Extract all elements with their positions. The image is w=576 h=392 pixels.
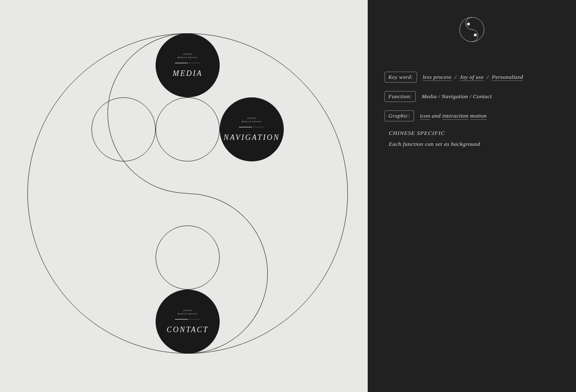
divider-icon [175,63,200,63]
node-subtitle: ARTIST [183,309,192,311]
note-line-1: CHINESE SPECIFIC [389,130,523,137]
keyword-values: less process / Joy of use / Personalized [423,74,523,81]
function-values: Media / Navigation / Contact [422,93,492,100]
divider-icon [175,319,200,320]
media-node[interactable]: ARTIST BOHAN ZHANG MEDIA [156,33,220,97]
gv-1: icon [420,113,430,120]
yin-yang-icon [459,17,484,42]
empty-circle-2 [156,97,220,161]
contact-node[interactable]: ARTIST BOHAN ZHANG CONTACT [156,290,220,354]
info-sidebar: Key word: less process / Joy of use / Pe… [368,0,576,392]
empty-circle-3 [156,226,220,290]
node-author: BOHAN ZHANG [178,56,198,59]
node-label: NAVIGATION [223,133,280,142]
node-author: BOHAN ZHANG [242,121,262,123]
kw-2: Joy of use [460,74,484,81]
empty-circle-1 [92,97,156,161]
info-block: Key word: less process / Joy of use / Pe… [385,72,523,148]
divider-icon [239,127,264,127]
navigation-node[interactable]: ARTIST BOHAN ZHANG NAVIGATION [220,97,284,161]
diagram-canvas: ARTIST BOHAN ZHANG MEDIA ARTIST BOHAN ZH… [0,0,368,392]
notes: CHINESE SPECIFIC Each function can set a… [389,130,523,148]
gv-mid: and [430,113,442,119]
sep: / [455,74,456,80]
graphic-row: Graphic: icon and interaction motion [385,110,523,121]
kw-1: less process [423,74,452,81]
svg-point-1 [467,23,470,26]
kw-3: Personalized [492,74,523,81]
node-subtitle: ARTIST [183,53,192,55]
graphic-values: icon and interaction motion [420,113,487,119]
gv-3: motion [470,113,487,120]
node-author: BOHAN ZHANG [178,313,198,315]
yin-yang-diagram: ARTIST BOHAN ZHANG MEDIA ARTIST BOHAN ZH… [27,33,348,354]
node-label: CONTACT [167,325,209,334]
sep: / [487,74,489,80]
graphic-badge: Graphic: [385,110,414,121]
node-label: MEDIA [173,69,203,78]
svg-point-2 [474,34,477,37]
gv-2: interaction [442,113,469,120]
node-subtitle: ARTIST [247,117,256,119]
function-row: Function: Media / Navigation / Contact [385,91,523,102]
keyword-badge: Key word: [385,72,417,83]
function-badge: Function: [385,91,416,102]
note-line-2: Each function can set as background [389,141,523,148]
keyword-row: Key word: less process / Joy of use / Pe… [385,72,523,83]
